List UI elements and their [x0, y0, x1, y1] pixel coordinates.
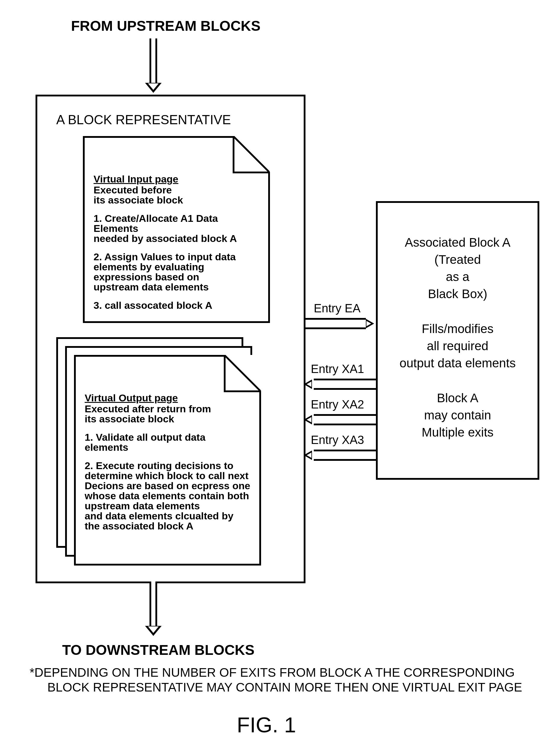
associated-block-a: Associated Block A (Treated as a Black B…: [376, 201, 539, 480]
label-entry-xa2: Entry XA2: [311, 398, 364, 411]
output-page-item2-l1: 2. Execute routing decisions to: [85, 461, 250, 471]
arrow-to-downstream: [147, 581, 159, 638]
assoc-l7: output data elements: [378, 356, 538, 370]
input-page-item1-l2: needed by associated block A: [93, 233, 259, 243]
upstream-label: FROM UPSTREAM BLOCKS: [71, 18, 260, 34]
assoc-l2: (Treated: [378, 252, 538, 267]
output-page-title: Virtual Output page: [85, 392, 250, 404]
assoc-l4: Black Box): [378, 287, 538, 301]
figure-label: FIG. 1: [237, 713, 296, 737]
input-page-item1-l1: 1. Create/Allocate A1 Data Elements: [93, 213, 259, 233]
virtual-input-page: Virtual Input page Executed before its a…: [83, 136, 270, 323]
output-page-item2-l3: Decions are based on ecpress one: [85, 481, 250, 491]
input-page-item2-l1: 2. Assign Values to input data: [93, 252, 259, 262]
output-page-subtitle-2: its associate block: [85, 414, 250, 424]
output-page-item2-l5: upstream data elements: [85, 501, 250, 511]
assoc-l9: may contain: [378, 408, 538, 422]
output-page-subtitle-1: Executed after return from: [85, 404, 250, 414]
arrow-from-upstream: [147, 39, 159, 95]
assoc-l5: Fills/modifies: [378, 322, 538, 336]
output-page-item2-l7: the associated block A: [85, 521, 250, 531]
block-representative-title: A BLOCK REPRESENTATIVE: [56, 112, 231, 127]
footnote-line-1: *DEPENDING ON THE NUMBER OF EXITS FROM B…: [30, 665, 515, 680]
input-page-subtitle-2: its associate block: [93, 195, 259, 205]
label-entry-xa3: Entry XA3: [311, 433, 364, 446]
output-page-item2-l6: and data elements clcualted by: [85, 511, 250, 521]
assoc-l10: Multiple exits: [378, 425, 538, 439]
input-page-subtitle-1: Executed before: [93, 185, 259, 195]
label-entry-xa1: Entry XA1: [311, 362, 364, 376]
footnote-line-2: BLOCK REPRESENTATIVE MAY CONTAIN MORE TH…: [47, 680, 522, 695]
downstream-label: TO DOWNSTREAM BLOCKS: [62, 642, 255, 658]
input-page-item3-l1: 3. call assocated block A: [93, 300, 259, 310]
label-entry-ea: Entry EA: [314, 302, 360, 315]
input-page-item2-l4: upstream data elements: [93, 282, 259, 292]
input-page-item2-l2: elements by evaluating: [93, 262, 259, 272]
assoc-l3: as a: [378, 270, 538, 284]
input-page-item2-l3: expressions based on: [93, 272, 259, 282]
output-page-item2-l2: determine which block to call next: [85, 471, 250, 481]
assoc-l8: Block A: [378, 391, 538, 405]
output-page-item2-l4: whose data elements contain both: [85, 491, 250, 501]
input-page-title: Virtual Input page: [93, 173, 259, 185]
assoc-l6: all required: [378, 339, 538, 353]
diagram-canvas: FROM UPSTREAM BLOCKS A BLOCK REPRESENTAT…: [0, 0, 555, 756]
output-page-item1-l1: 1. Validate all output data elements: [85, 432, 250, 452]
assoc-l1: Associated Block A: [378, 235, 538, 250]
virtual-output-page: Virtual Output page Executed after retur…: [74, 355, 261, 566]
